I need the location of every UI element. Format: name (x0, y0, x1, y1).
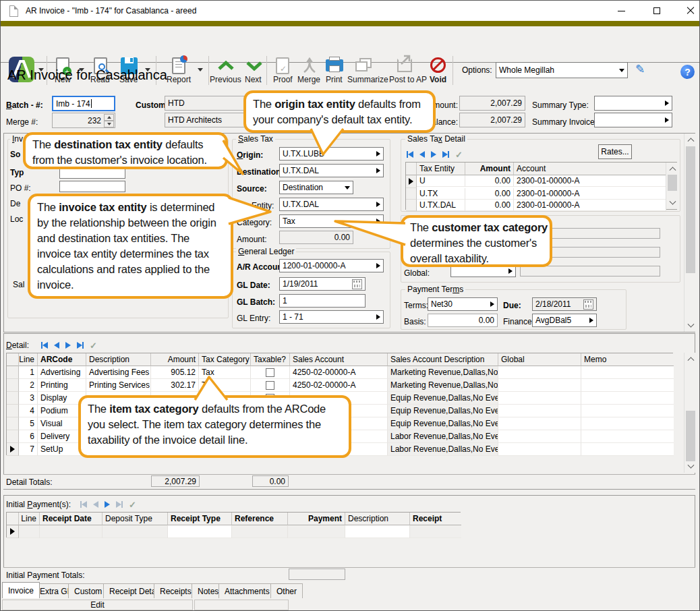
source-combo[interactable]: Destination (279, 181, 353, 194)
table-row[interactable]: 2 Printing Printing Services 302.17 Tax … (7, 379, 672, 392)
table-row[interactable] (7, 525, 460, 538)
batch-label: B (6, 100, 12, 110)
spin-up-icon[interactable] (104, 114, 114, 121)
table-row[interactable]: U.TX.DAL 0.00 2300-01-00000-A (406, 200, 676, 211)
general-ledger-group-title: G (238, 247, 244, 256)
options-label: Options: (462, 65, 492, 75)
header-panel-scrollbar[interactable] (684, 134, 696, 332)
finance-combo[interactable]: AvgDBal5 (532, 314, 597, 327)
rates-button[interactable]: Rates... (598, 144, 632, 159)
chevron-down-icon (345, 186, 350, 190)
summary-invoice-combo[interactable] (594, 113, 672, 127)
payment-totals-label: Initial Payment Totals: (6, 571, 85, 580)
tax-detail-nav: ✓ (407, 150, 463, 159)
last-record-icon[interactable] (442, 151, 449, 158)
ar-account-combo[interactable]: 1200-01-00000-A (279, 259, 384, 272)
detail-scrollbar[interactable] (684, 353, 696, 473)
source-label: Source: (237, 184, 267, 194)
row-pointer-icon (10, 528, 15, 535)
print-icon[interactable] (326, 59, 343, 71)
tab-other[interactable]: Other (270, 583, 303, 598)
edit-options-icon[interactable]: ✎ (635, 62, 645, 76)
lookup-arrow-icon (376, 202, 380, 207)
accept-record-icon[interactable]: ✓ (90, 341, 97, 351)
previous-button[interactable]: Previous (210, 75, 241, 84)
gl-batch-input[interactable]: 1 (279, 294, 366, 308)
taxable-checkbox[interactable] (266, 368, 274, 377)
help-icon[interactable]: ? (680, 65, 695, 79)
po-number-label: PO #: (10, 183, 31, 193)
scroll-up-icon[interactable] (666, 163, 678, 174)
destination-combo[interactable]: U.TX.DAL (279, 164, 384, 177)
previous-icon[interactable] (216, 60, 235, 71)
col-description: Description (86, 353, 151, 366)
maximize-button[interactable] (641, 1, 672, 21)
next-icon[interactable] (245, 60, 264, 71)
balance-field: 2,007.29 (459, 113, 525, 127)
table-row[interactable]: 1 Advertising Advertising Fees 905.12 Ta… (7, 366, 672, 379)
tab-custom[interactable]: Custom (68, 583, 108, 598)
calendar-icon[interactable] (583, 299, 593, 310)
origin-combo[interactable]: U.TX.LUBB (279, 147, 384, 161)
next-record-icon[interactable] (65, 342, 71, 349)
scrollbar-thumb[interactable] (686, 146, 695, 273)
report-menu-caret[interactable] (198, 68, 203, 71)
merge-spinner[interactable] (104, 114, 114, 127)
next-button[interactable]: Next (245, 75, 262, 84)
void-icon[interactable] (430, 57, 446, 73)
proof-icon: ✓ (276, 57, 289, 74)
tax-amount-label: Amount: (237, 235, 267, 244)
table-row[interactable]: U.TX 0.00 2300-01-00000-A (406, 188, 676, 200)
lookup-arrow-icon (376, 168, 380, 173)
tax-entity-combo[interactable]: U.TX.DAL (279, 198, 384, 211)
close-button[interactable] (675, 1, 700, 21)
void-button[interactable]: Void (430, 75, 446, 84)
table-row[interactable]: U 0.00 2300-01-00000-A (406, 175, 676, 188)
taxable-checkbox[interactable] (266, 381, 274, 390)
minimize-button[interactable] (606, 1, 637, 21)
first-record-icon[interactable] (41, 342, 48, 349)
calendar-icon[interactable] (352, 279, 362, 289)
col-tax-entity: Tax Entity (417, 163, 465, 175)
scroll-up-icon[interactable] (684, 134, 697, 145)
next-record-icon[interactable] (105, 501, 110, 508)
tax-grid-scrollbar[interactable] (666, 163, 678, 209)
amount-field: 2,007.29 (459, 96, 525, 111)
col-global: Global (498, 353, 581, 366)
first-record-icon[interactable] (407, 151, 413, 158)
report-button[interactable]: Report (167, 75, 191, 84)
lookup-arrow-icon (589, 318, 593, 323)
tab-attachments[interactable]: Attachments (218, 583, 276, 598)
terms-combo[interactable]: Net30 (428, 297, 498, 311)
previous-record-icon[interactable] (54, 342, 59, 349)
gl-date-input[interactable]: 1/19/2011 (279, 277, 366, 291)
scroll-down-icon[interactable] (684, 461, 697, 473)
last-record-icon[interactable] (77, 342, 84, 349)
scrollbar-thumb[interactable] (668, 175, 677, 191)
print-button[interactable]: Print (326, 75, 343, 84)
options-combo[interactable]: Whole Megillah (496, 62, 628, 78)
tax-category-combo[interactable]: Tax (279, 214, 384, 228)
scroll-down-icon[interactable] (666, 198, 678, 209)
tab-invoice[interactable]: Invoice (2, 582, 40, 598)
scrollbar-thumb[interactable] (686, 411, 695, 464)
previous-record-icon[interactable] (419, 151, 425, 158)
po-number-input[interactable] (59, 181, 125, 192)
close-icon (687, 7, 695, 15)
scroll-down-icon[interactable] (684, 320, 697, 332)
report-icon[interactable] (172, 57, 185, 74)
minimize-icon (618, 11, 625, 11)
col-tax-category: Tax Category (199, 353, 251, 366)
summary-invoice-label: Summary Invoice: (532, 117, 597, 127)
batch-input[interactable]: Imb - 174 (52, 96, 115, 111)
summary-type-label: Summary Type: (532, 100, 589, 110)
due-date-input[interactable]: 2/18/2011 (532, 297, 597, 311)
gl-entry-combo[interactable]: 1 - 71 (279, 310, 384, 324)
summary-type-combo[interactable] (594, 96, 672, 111)
scroll-up-icon[interactable] (684, 353, 697, 364)
basis-field[interactable]: 0.00 (428, 314, 498, 327)
tab-receipts[interactable]: Receipts (154, 583, 198, 598)
accept-record-icon[interactable]: ✓ (455, 150, 463, 160)
next-record-icon[interactable] (431, 151, 436, 158)
spin-down-icon[interactable] (104, 121, 114, 127)
